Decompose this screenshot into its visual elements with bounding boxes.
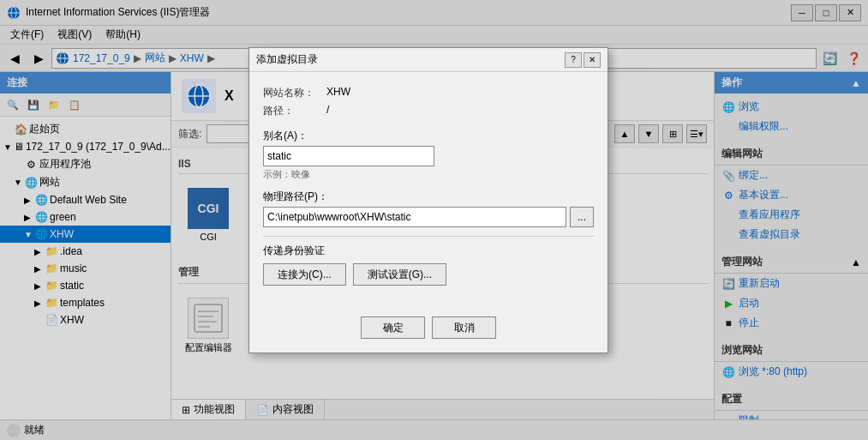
physical-path-input[interactable]: C:\inetpub\wwwroot\XHW\static xyxy=(263,207,566,227)
dialog-content: 网站名称： XHW 路径： / 别名(A)： 示例：映像 物理路径(P)： C:… xyxy=(249,72,608,310)
path-value: / xyxy=(326,104,594,118)
dialog-title-buttons: ? ✕ xyxy=(565,52,601,68)
physical-path-label: 物理路径(P)： xyxy=(263,190,594,204)
path-label: 路径： xyxy=(263,104,323,118)
site-name-value: XHW xyxy=(326,86,594,100)
dialog-overlay: 添加虚拟目录 ? ✕ 网站名称： XHW 路径： / 别名(A)： 示例：映像 … xyxy=(0,0,868,440)
dialog-title-bar: 添加虚拟目录 ? ✕ xyxy=(249,48,608,72)
dialog-ok-btn[interactable]: 确定 xyxy=(361,316,425,339)
auth-buttons-row: 连接为(C)... 测试设置(G)... xyxy=(263,263,594,286)
dialog-divider xyxy=(263,236,594,237)
dialog-footer: 确定 取消 xyxy=(249,310,608,353)
auth-section-title: 传递身份验证 xyxy=(263,244,594,258)
dialog-title: 添加虚拟目录 xyxy=(256,52,565,67)
physical-path-field: 物理路径(P)： C:\inetpub\wwwroot\XHW\static .… xyxy=(263,190,594,227)
connect-as-btn[interactable]: 连接为(C)... xyxy=(263,263,346,286)
dialog-close-btn[interactable]: ✕ xyxy=(584,52,601,68)
dialog-help-btn[interactable]: ? xyxy=(565,52,582,68)
dialog-info: 网站名称： XHW 路径： / xyxy=(263,86,594,118)
alias-label: 别名(A)： xyxy=(263,129,594,143)
site-name-label: 网站名称： xyxy=(263,86,323,100)
test-settings-btn[interactable]: 测试设置(G)... xyxy=(353,263,446,286)
alias-input[interactable] xyxy=(263,146,434,166)
dialog-cancel-btn[interactable]: 取消 xyxy=(432,316,496,339)
alias-hint: 示例：映像 xyxy=(263,168,594,181)
physical-path-row: C:\inetpub\wwwroot\XHW\static ... xyxy=(263,207,594,227)
alias-field: 别名(A)： 示例：映像 xyxy=(263,129,594,181)
add-virtual-dir-dialog: 添加虚拟目录 ? ✕ 网站名称： XHW 路径： / 别名(A)： 示例：映像 … xyxy=(248,47,608,353)
browse-btn[interactable]: ... xyxy=(570,207,594,227)
